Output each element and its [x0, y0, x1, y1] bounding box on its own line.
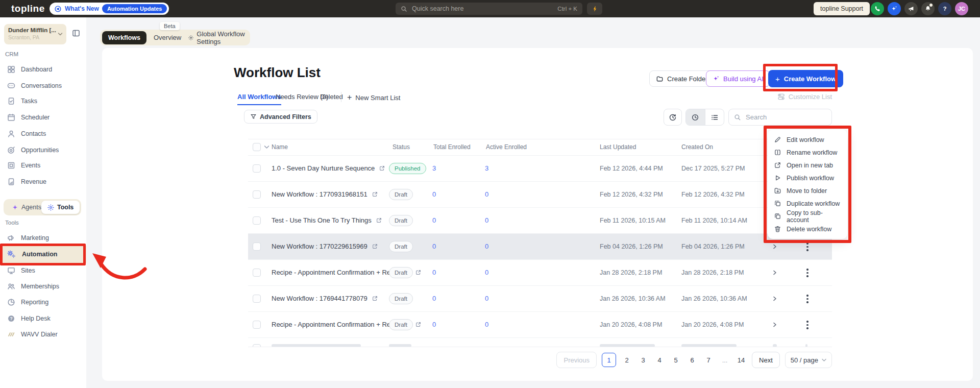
menu-rename-workflow[interactable]: Rename workflow [768, 146, 847, 159]
recent-view-button[interactable] [686, 109, 705, 125]
sidebar-item-help-desk[interactable]: ? Help Desk [0, 311, 86, 326]
page-number-14[interactable]: 14 [736, 356, 747, 364]
table-row[interactable]: Test - Use This One To Try ThingsDraft00… [248, 208, 832, 234]
menu-edit-workflow[interactable]: Edit workflow [768, 133, 847, 146]
quick-search[interactable]: Ctrl + K [396, 3, 582, 15]
previous-page-button[interactable]: Previous [556, 352, 597, 368]
ai-assistant-button[interactable] [888, 2, 901, 15]
table-row[interactable]: Recipe - Appointment Confirmation + Remi… [248, 260, 832, 286]
page-number-2[interactable]: 2 [621, 356, 632, 364]
table-search-input[interactable] [745, 113, 826, 122]
table-row[interactable]: New Workflow : 1770229615969Draft00Feb 0… [248, 234, 832, 260]
total-enrolled-value[interactable]: 0 [432, 216, 436, 224]
build-using-ai-button[interactable]: Build using AI [706, 70, 770, 87]
total-enrolled-value[interactable]: 3 [432, 164, 436, 172]
sidebar-item-wavv-dialer[interactable]: WAVV Dialer [0, 327, 86, 342]
sidebar-item-marketing[interactable]: Marketing [0, 230, 86, 246]
col-header-last-updated[interactable]: Last Updated [600, 143, 636, 151]
menu-move-to-folder[interactable]: Move to folder [768, 184, 847, 197]
row-expand-chevron-icon[interactable] [771, 295, 779, 303]
row-checkbox[interactable] [253, 243, 261, 251]
col-header-name[interactable]: Name [272, 143, 288, 151]
col-header-status[interactable]: Status [393, 143, 410, 151]
table-row[interactable]: 1.0 - Seven Day Nurture SequencePublishe… [248, 156, 832, 182]
quick-search-input[interactable] [411, 5, 554, 13]
tab-deleted[interactable]: Deleted [320, 93, 343, 101]
page-number-1[interactable]: 1 [602, 353, 616, 367]
col-header-active-enrolled[interactable]: Active Enrolled [486, 143, 527, 151]
row-actions-kebab-icon[interactable] [805, 320, 810, 330]
whats-new-pill[interactable]: What's New Automation Updates [50, 3, 169, 15]
workflow-name[interactable]: 1.0 - Seven Day Nurture Sequence [272, 164, 375, 172]
enrollment-history-button[interactable] [664, 109, 682, 126]
notifications-button[interactable] [921, 2, 935, 15]
page-number-5[interactable]: 5 [670, 356, 681, 364]
user-avatar[interactable]: JC [955, 2, 968, 15]
table-row[interactable]: New Workflow : 1769441778079Draft00Jan 2… [248, 286, 832, 312]
active-enrolled-value[interactable]: 0 [485, 243, 488, 250]
toggle-tools[interactable]: Tools [41, 201, 80, 214]
menu-publish-workflow[interactable]: Publish workflow [768, 172, 847, 184]
open-external-icon[interactable] [415, 321, 422, 328]
sidebar-item-automation[interactable]: Automation [0, 246, 86, 263]
select-all-checkbox[interactable] [253, 143, 261, 151]
open-external-icon[interactable] [372, 295, 378, 302]
table-search[interactable] [728, 109, 832, 126]
tab-all-workflows[interactable]: All Workflows [237, 93, 281, 105]
row-expand-chevron-icon[interactable] [771, 269, 779, 277]
row-checkbox[interactable] [253, 164, 261, 173]
total-enrolled-value[interactable]: 0 [432, 269, 436, 276]
total-enrolled-value[interactable]: 0 [432, 321, 436, 328]
workflow-name[interactable]: New Workflow : 1769441778079 [272, 295, 368, 302]
advanced-filters-button[interactable]: Advanced Filters [244, 110, 317, 124]
workflow-name[interactable]: New Workflow : 1770931968151 [272, 190, 368, 198]
page-number-7[interactable]: 7 [703, 356, 714, 364]
active-enrolled-value[interactable]: 0 [485, 321, 488, 328]
announcements-button[interactable] [904, 2, 918, 15]
sidebar-item-dashboard[interactable]: Dashboard [0, 62, 86, 77]
quick-actions-button[interactable] [587, 3, 602, 15]
row-checkbox[interactable] [253, 321, 261, 329]
row-actions-kebab-icon[interactable] [805, 268, 810, 278]
tab-overview[interactable]: Overview [154, 34, 181, 41]
active-enrolled-value[interactable]: 0 [485, 269, 488, 276]
collapse-sidebar-button[interactable] [72, 29, 80, 37]
workflow-name[interactable]: Test - Use This One To Try Things [272, 216, 372, 224]
active-enrolled-value[interactable]: 0 [485, 295, 488, 302]
col-header-total-enrolled[interactable]: Total Enrolled [433, 143, 471, 151]
tab-global-workflow-settings[interactable]: Global Workflow Settings [188, 30, 250, 45]
menu-copy-to-sub-account[interactable]: Copy to sub-account [768, 210, 847, 223]
open-external-icon[interactable] [372, 243, 378, 250]
create-folder-button[interactable]: Create Folder [649, 70, 714, 87]
tab-workflows[interactable]: Workflows [102, 31, 146, 44]
table-row[interactable]: Recipe - Appointment Confirmation + Remi… [248, 312, 832, 338]
sidebar-item-memberships[interactable]: Memberships [0, 279, 86, 294]
table-row[interactable]: New Workflow : 1770931968151Draft00Feb 1… [248, 182, 832, 208]
active-enrolled-value[interactable]: 0 [485, 190, 488, 198]
open-external-icon[interactable] [376, 217, 382, 224]
menu-delete-workflow[interactable]: Delete workflow [768, 223, 847, 235]
support-button[interactable]: topline Support [814, 2, 870, 15]
active-enrolled-value[interactable]: 0 [485, 216, 488, 224]
row-checkbox[interactable] [253, 190, 261, 199]
help-button[interactable]: ? [938, 2, 951, 15]
row-expand-chevron-icon[interactable] [771, 243, 779, 251]
row-checkbox[interactable] [253, 344, 261, 347]
col-header-created-on[interactable]: Created On [681, 143, 713, 151]
total-enrolled-value[interactable]: 0 [432, 243, 436, 250]
sidebar-item-events[interactable]: Events [0, 158, 86, 173]
total-enrolled-value[interactable]: 0 [432, 190, 436, 198]
phone-button[interactable] [871, 2, 884, 15]
row-actions-kebab-icon[interactable] [805, 294, 810, 304]
sidebar-item-contacts[interactable]: Contacts [0, 126, 86, 141]
page-number-3[interactable]: 3 [638, 356, 649, 364]
row-checkbox[interactable] [253, 295, 261, 303]
chevron-down-icon[interactable] [264, 145, 270, 150]
list-view-button[interactable] [705, 109, 724, 125]
next-page-button[interactable]: Next [752, 352, 780, 368]
active-enrolled-value[interactable]: 3 [485, 164, 488, 172]
create-workflow-button[interactable]: + Create Workflow [768, 70, 843, 87]
sidebar-item-sites[interactable]: Sites [0, 263, 86, 278]
sidebar-item-reporting[interactable]: Reporting [0, 295, 86, 310]
page-number-4[interactable]: 4 [654, 356, 665, 364]
